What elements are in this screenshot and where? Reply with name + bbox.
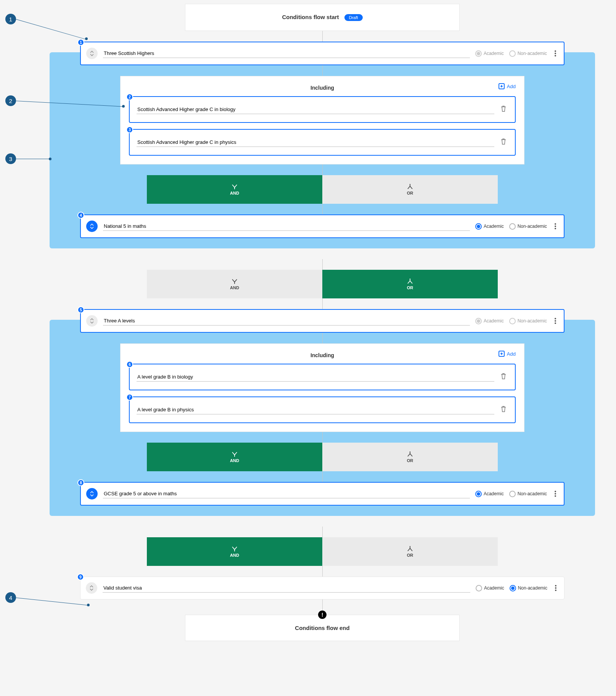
operator-label: OR — [407, 191, 413, 195]
annotation-label: 4 — [9, 594, 12, 601]
connector — [322, 164, 323, 175]
condition-text-input[interactable] — [103, 489, 470, 498]
operator-label: OR — [407, 553, 413, 557]
subcondition-text-input[interactable] — [137, 138, 494, 147]
delete-button[interactable] — [499, 137, 508, 148]
step-number-badge: 7 — [126, 394, 133, 401]
subcondition-text-input[interactable] — [137, 105, 494, 114]
radio-nonacademic[interactable]: Non-academic — [509, 223, 547, 230]
radio-nonacademic[interactable]: Non-academic — [510, 585, 547, 591]
subcondition-card: 7 — [129, 396, 516, 423]
chevron-updown-icon — [90, 224, 94, 229]
more-menu[interactable] — [552, 316, 557, 325]
including-panel: Including Add 2 3 — [120, 76, 524, 164]
operator-and[interactable]: AND — [147, 537, 322, 566]
including-panel: Including Add 6 7 — [120, 343, 524, 432]
connector — [322, 333, 323, 343]
annotation-marker-4: 4 — [5, 592, 16, 603]
add-subcondition-button[interactable]: Add — [499, 83, 516, 89]
radio-label: Academic — [484, 318, 504, 324]
operator-and[interactable]: AND — [147, 270, 322, 298]
connector — [322, 432, 323, 443]
chevron-updown-icon — [90, 318, 94, 324]
step-number-badge: 2 — [126, 93, 133, 100]
operator-label: AND — [230, 458, 239, 463]
subcondition-card: 2 — [129, 96, 516, 123]
operator-toggle: AND OR — [147, 443, 498, 471]
trash-icon — [500, 406, 507, 412]
including-header: Including Add — [129, 83, 516, 96]
delete-button[interactable] — [499, 371, 508, 383]
radio-label: Academic — [484, 491, 504, 496]
delete-button[interactable] — [499, 404, 508, 416]
expand-toggle[interactable] — [86, 315, 98, 327]
trash-icon — [500, 373, 507, 380]
connector — [322, 259, 323, 270]
annotation-leader-dot — [122, 105, 125, 108]
expand-toggle[interactable] — [86, 221, 98, 232]
add-subcondition-button[interactable]: Add — [499, 351, 516, 357]
radio-academic[interactable]: Academic — [475, 491, 504, 497]
annotation-leader-dot — [85, 37, 88, 40]
radio-nonacademic[interactable]: Non-academic — [509, 318, 547, 324]
radio-academic[interactable]: Academic — [475, 318, 504, 324]
more-menu[interactable] — [552, 489, 557, 498]
connector — [322, 298, 323, 309]
condition-type-radios: Academic Non-academic — [476, 585, 547, 591]
condition-type-radios: Academic Non-academic — [475, 491, 547, 497]
connector — [322, 204, 323, 214]
annotation-marker-2: 2 — [5, 95, 16, 106]
more-menu[interactable] — [553, 583, 557, 593]
more-menu[interactable] — [552, 222, 557, 231]
delete-button[interactable] — [499, 104, 508, 115]
annotation-label: 1 — [9, 16, 12, 23]
step-number-badge: 4 — [77, 212, 84, 219]
merge-icon — [231, 184, 238, 189]
radio-academic[interactable]: Academic — [475, 50, 504, 57]
condition-text-input[interactable] — [103, 583, 470, 593]
annotation-leader-dot — [87, 604, 90, 606]
flow-end-title: Conditions flow end — [295, 625, 349, 631]
radio-nonacademic[interactable]: Non-academic — [509, 491, 547, 497]
chevron-updown-icon — [89, 585, 94, 591]
flow-start-node: Conditions flow start Draft — [185, 4, 460, 31]
connector — [322, 31, 323, 42]
radio-label: Academic — [484, 585, 504, 591]
merge-icon — [231, 279, 238, 284]
operator-label: OR — [407, 458, 413, 463]
operator-or[interactable]: OR — [322, 270, 498, 298]
radio-academic[interactable]: Academic — [475, 223, 504, 230]
condition-type-radios: Academic Non-academic — [475, 318, 547, 324]
condition-text-input[interactable] — [103, 316, 470, 325]
add-label: Add — [507, 351, 516, 357]
radio-nonacademic[interactable]: Non-academic — [509, 50, 547, 57]
subcondition-text-input[interactable] — [137, 405, 494, 414]
operator-or[interactable]: OR — [322, 443, 498, 471]
subcondition-text-input[interactable] — [137, 372, 494, 382]
operator-or[interactable]: OR — [322, 537, 498, 566]
condition-text-input[interactable] — [103, 49, 470, 58]
condition-type-radios: Academic Non-academic — [475, 50, 547, 57]
annotation-label: 2 — [9, 98, 12, 104]
flow-start-title: Conditions flow start — [282, 14, 339, 20]
radio-academic[interactable]: Academic — [476, 585, 504, 591]
operator-and[interactable]: AND — [147, 175, 322, 204]
connector — [322, 566, 323, 577]
condition-text-input[interactable] — [103, 222, 470, 231]
condition-card: 8 Academic Non-academic — [80, 482, 565, 506]
flow-end-node: ! Conditions flow end — [185, 615, 460, 641]
expand-toggle[interactable] — [86, 488, 98, 499]
step-number-badge: 1 — [77, 39, 84, 46]
operator-toggle: AND OR — [147, 270, 498, 298]
warning-icon: ! — [318, 611, 326, 619]
operator-or[interactable]: OR — [322, 175, 498, 204]
expand-toggle[interactable] — [86, 48, 98, 59]
connector — [322, 471, 323, 482]
operator-and[interactable]: AND — [147, 443, 322, 471]
subcondition-card: 3 — [129, 129, 516, 156]
trash-icon — [500, 105, 507, 112]
including-header: Including Add — [129, 351, 516, 364]
step-number-badge: 8 — [77, 479, 84, 486]
expand-toggle[interactable] — [86, 582, 97, 594]
more-menu[interactable] — [552, 49, 557, 58]
